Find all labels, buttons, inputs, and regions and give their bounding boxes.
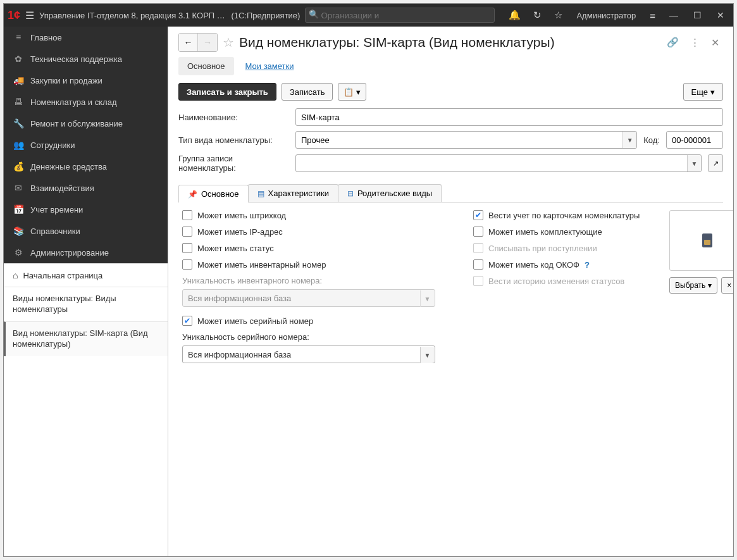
nav-label: Взаимодействия — [30, 184, 94, 193]
more-label: Еще — [691, 87, 708, 97]
chk-cards[interactable] — [473, 210, 483, 220]
group-label: Группа записи номенклатуры: — [178, 154, 289, 173]
image-preview[interactable] — [669, 210, 733, 271]
pin-icon: 📌 — [188, 190, 197, 199]
chk-label: Может иметь комплектующие — [488, 227, 602, 237]
chk-label: Списывать при поступлении — [488, 244, 597, 253]
tab-main[interactable]: 📌Основное — [178, 185, 249, 202]
image-clear-button[interactable]: × — [721, 277, 733, 294]
star-icon[interactable]: ☆ — [550, 9, 566, 21]
chk-status[interactable] — [182, 243, 192, 253]
favorite-star-icon[interactable]: ☆ — [221, 35, 235, 50]
books-icon: 📚 — [13, 226, 24, 236]
people-icon: 👥 — [13, 140, 24, 150]
history-icon[interactable]: ↻ — [530, 9, 545, 21]
group-open-button[interactable]: ↗ — [708, 154, 723, 172]
code-input[interactable] — [666, 131, 723, 149]
nav-money[interactable]: 💰Денежные средства — [4, 156, 168, 177]
maximize-button[interactable]: ☐ — [688, 10, 707, 20]
chk-writeoff — [473, 243, 483, 253]
name-input[interactable] — [295, 108, 723, 126]
app-title: Управление IT-отделом 8, редакция 3.1 КО… — [39, 11, 226, 20]
tab-label: Характеристики — [268, 189, 329, 198]
search-input[interactable] — [305, 8, 495, 23]
nav-support[interactable]: ✿Техническая поддержка — [4, 48, 168, 70]
tab-characteristics[interactable]: ▤Характеристики — [248, 184, 338, 202]
user-label[interactable]: Администратор — [571, 11, 641, 20]
nav-label: Денежные средства — [30, 162, 107, 171]
bell-icon[interactable]: 🔔 — [505, 9, 524, 21]
main-form: ← → ☆ Вид номенклатуры: SIM-карта (Вид н… — [168, 27, 733, 556]
image-select-button[interactable]: Выбрать ▾ — [669, 277, 717, 294]
hamburger-icon[interactable]: ☰ — [25, 9, 34, 22]
minimize-button[interactable]: — — [664, 10, 683, 20]
nav-stock[interactable]: 🖶Номенклатура и склад — [4, 91, 168, 113]
nav-admin[interactable]: ⚙Администрирование — [4, 242, 168, 263]
nav-label: Справочники — [30, 227, 80, 236]
chk-label: Может иметь IP-адрес — [197, 227, 283, 237]
chk-label: Может иметь статус — [197, 244, 274, 253]
serial-unique-label: Уникальность серийного номера: — [182, 332, 448, 342]
group-input[interactable] — [295, 154, 702, 172]
global-search[interactable]: 🔍 — [305, 8, 495, 23]
chevron-down-icon: ▼ — [420, 290, 434, 307]
nav-main[interactable]: ≡Главное — [4, 27, 168, 48]
settings-icon[interactable]: ≡ — [646, 10, 659, 21]
nav-interactions[interactable]: ✉Взаимодействия — [4, 177, 168, 199]
nav-label: Администрирование — [30, 248, 109, 258]
inv-unique-label: Уникальность инвентарного номера: — [182, 276, 448, 285]
type-label: Тип вида номенклатуры: — [178, 135, 289, 145]
group-dropdown-icon[interactable]: ▼ — [687, 155, 701, 171]
chk-ip[interactable] — [182, 227, 192, 237]
nav-repair[interactable]: 🔧Ремонт и обслуживание — [4, 113, 168, 134]
save-close-button[interactable]: Записать и закрыть — [178, 83, 276, 101]
chk-label: Может иметь штрихкод — [197, 211, 286, 220]
serial-unique-select[interactable]: Вся информационная база▼ — [182, 345, 435, 363]
open-item-simcard[interactable]: Вид номенклатуры: SIM-карта (Вид номенкл… — [4, 321, 168, 356]
home-page-link[interactable]: ⌂Начальная страница — [4, 263, 168, 287]
top-tab-main[interactable]: Основное — [178, 57, 234, 75]
okof-help-icon[interactable]: ? — [585, 260, 590, 270]
chk-components[interactable] — [473, 227, 483, 237]
open-item-types[interactable]: Виды номенклатуры: Виды номенклатуры — [4, 287, 168, 321]
form-title: Вид номенклатуры: SIM-карта (Вид номенкл… — [239, 35, 659, 50]
nav-label: Учет времени — [30, 205, 83, 215]
nav-catalogs[interactable]: 📚Справочники — [4, 220, 168, 242]
wrench-icon: 🔧 — [13, 118, 24, 128]
chk-label: Вести учет по карточкам номенклатуры — [488, 211, 640, 220]
forward-button: → — [198, 34, 217, 51]
chk-inventory[interactable] — [182, 259, 192, 270]
copy-button[interactable]: 📋 ▾ — [338, 83, 366, 101]
chevron-down-icon[interactable]: ▼ — [420, 347, 434, 363]
nav-employees[interactable]: 👥Сотрудники — [4, 134, 168, 156]
nav-purchases[interactable]: 🚚Закупки и продажи — [4, 70, 168, 91]
chk-barcode[interactable] — [182, 210, 192, 220]
type-input[interactable] — [295, 131, 637, 149]
tab-label: Основное — [201, 189, 239, 199]
home-label: Начальная страница — [23, 271, 102, 280]
tab-parents[interactable]: ⊟Родительские виды — [338, 184, 442, 202]
list-icon: ▤ — [257, 189, 264, 198]
close-form-button[interactable]: ✕ — [707, 37, 723, 49]
nav-time[interactable]: 📅Учет времени — [4, 199, 168, 220]
kebab-icon[interactable]: ⋮ — [686, 37, 703, 48]
tab-label: Родительские виды — [357, 189, 432, 198]
close-window-button[interactable]: ✕ — [712, 10, 729, 20]
gear-icon: ✿ — [13, 54, 24, 64]
chk-serial[interactable] — [182, 316, 192, 326]
nav-buttons: ← → — [178, 33, 218, 52]
printer-icon: 🖶 — [13, 97, 24, 107]
top-tab-notes[interactable]: Мои заметки — [237, 57, 303, 75]
home-icon: ≡ — [13, 32, 24, 42]
type-dropdown-icon[interactable]: ▼ — [622, 132, 636, 148]
search-icon: 🔍 — [309, 9, 319, 19]
save-button[interactable]: Записать — [282, 83, 333, 101]
chk-label: Вести историю изменения статусов — [488, 277, 624, 286]
chk-okof[interactable] — [473, 259, 483, 270]
nav-label: Ремонт и обслуживание — [30, 119, 123, 128]
link-icon[interactable]: 🔗 — [663, 37, 683, 48]
more-button[interactable]: Еще ▾ — [683, 83, 723, 101]
back-button[interactable]: ← — [179, 34, 198, 51]
code-label: Код: — [643, 135, 660, 145]
logo-1c: 1¢ — [8, 9, 20, 22]
